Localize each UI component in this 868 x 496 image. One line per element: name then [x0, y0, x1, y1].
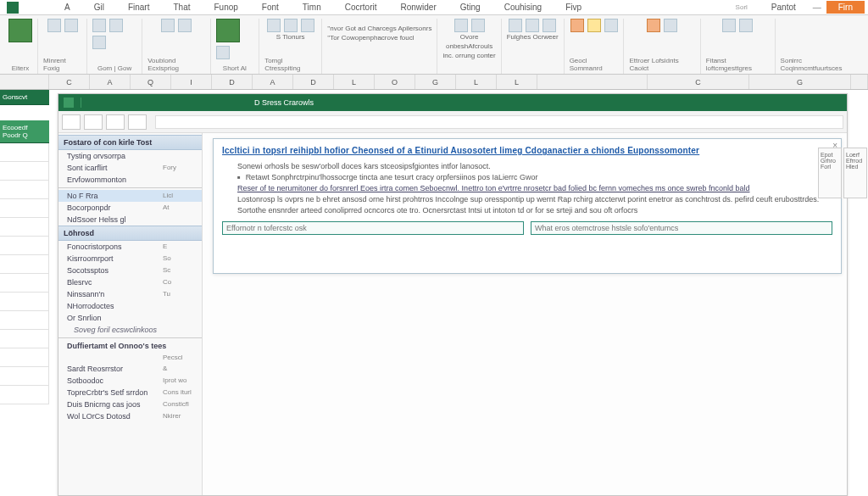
col-header[interactable]: L — [497, 75, 537, 89]
nav-item[interactable]: TopreCrbtr's Setf srrdonCons iturl — [58, 387, 202, 398]
ribbon-icon[interactable] — [92, 36, 106, 49]
col-header[interactable]: G — [415, 75, 456, 89]
row-header[interactable] — [0, 386, 49, 404]
nav-item[interactable]: BocorponpdrAt — [58, 202, 202, 214]
ribbon-icon[interactable] — [509, 19, 522, 32]
formula-bar[interactable] — [155, 115, 843, 129]
nav-item[interactable]: Or Snrlion — [58, 312, 202, 324]
ribbon-icon[interactable] — [647, 19, 660, 32]
menu-item[interactable]: Funop — [202, 3, 249, 12]
row-header[interactable] — [0, 274, 49, 293]
nav-item[interactable]: BlesrvcCo — [58, 276, 202, 288]
ribbon-icon[interactable] — [267, 19, 281, 32]
menu-item[interactable]: Timn — [291, 3, 333, 12]
nav-item[interactable]: FonocristorponsE — [58, 241, 202, 253]
nav-item[interactable]: Ninssann'nTu — [58, 288, 202, 300]
side-panel[interactable]: Epot Grhro Forl — [818, 148, 842, 198]
row-header[interactable] — [0, 293, 49, 311]
col-header[interactable]: L — [334, 75, 375, 89]
ribbon-icon[interactable] — [722, 19, 736, 32]
ribbon-icon[interactable] — [542, 19, 556, 32]
ribbon-icon[interactable] — [526, 19, 539, 32]
menu-item[interactable]: Ronwider — [389, 3, 448, 12]
ribbon-icon[interactable] — [161, 19, 175, 32]
ribbon-icon[interactable] — [8, 19, 32, 42]
inner-titlebar[interactable]: D Sress Crarowls — [58, 94, 847, 111]
row-header[interactable] — [0, 311, 49, 330]
menu-item[interactable]: Cocrtorit — [333, 3, 389, 12]
ribbon-icon[interactable] — [216, 46, 230, 59]
menu-item[interactable]: Fivp — [554, 3, 593, 12]
menu-right[interactable]: Pantot — [760, 3, 808, 12]
nav-item[interactable]: No F RraLicl — [58, 190, 202, 202]
row-header[interactable] — [0, 199, 49, 218]
nav-item[interactable]: SocotssptosSc — [58, 265, 202, 276]
ribbon-icon[interactable] — [739, 19, 753, 32]
toolbar-button[interactable] — [128, 114, 147, 130]
col-header[interactable]: I — [171, 75, 212, 89]
ribbon-icon[interactable] — [454, 19, 468, 32]
menu-item[interactable]: That — [161, 3, 202, 12]
col-header[interactable] — [0, 75, 49, 89]
ribbon-icon[interactable] — [570, 19, 584, 32]
orange-button[interactable]: Firn — [826, 1, 865, 14]
nav-item[interactable]: Sardt Reosrrstor& — [58, 363, 202, 375]
nav-item[interactable]: Wol LOrCs DotosdNkirer — [58, 410, 202, 422]
row-header[interactable] — [0, 330, 49, 348]
nav-item[interactable]: Tysting orvsorrpa — [58, 150, 202, 162]
nav-header[interactable]: Fostaro of con kirle Tost — [58, 135, 202, 150]
nav-item[interactable]: Duis Bnicrng cas joosConsticfl — [58, 398, 202, 410]
ribbon-icon[interactable] — [284, 19, 298, 32]
menu-item[interactable]: Couhising — [492, 3, 554, 12]
nav-item[interactable]: Sont icarflirtFory — [58, 162, 202, 174]
row-header[interactable] — [0, 143, 49, 162]
dialog-input-left[interactable] — [222, 221, 524, 235]
ribbon-icon[interactable] — [109, 19, 123, 32]
row-header[interactable] — [0, 162, 49, 181]
col-header[interactable]: C — [648, 75, 749, 89]
col-header[interactable]: G — [749, 75, 851, 89]
col-header[interactable]: O — [375, 75, 415, 89]
ribbon-icon[interactable] — [604, 19, 618, 32]
ribbon-icon[interactable] — [216, 19, 240, 42]
col-header[interactable]: D — [212, 75, 253, 89]
col-header[interactable]: D — [293, 75, 334, 89]
col-header[interactable]: A — [90, 75, 131, 89]
col-header[interactable] — [851, 75, 868, 89]
menu-item[interactable]: Gil — [82, 3, 116, 12]
col-header[interactable]: Q — [131, 75, 171, 89]
nav-item[interactable]: KisrroomrportSo — [58, 253, 202, 265]
row-header[interactable] — [0, 348, 49, 367]
nav-header[interactable]: Löhrosd — [58, 226, 202, 241]
menu-item[interactable]: A — [53, 3, 82, 12]
nav-item[interactable]: Ervfowommonton — [58, 174, 202, 186]
row-header[interactable] — [0, 237, 49, 255]
ribbon-icon[interactable] — [64, 19, 78, 32]
col-header[interactable]: L — [456, 75, 497, 89]
left-tab[interactable]: Ecooedf Poodr Q — [0, 120, 49, 143]
nav-item[interactable]: Pecscl — [58, 352, 202, 363]
ribbon-icon[interactable] — [301, 19, 314, 32]
ribbon-icon[interactable] — [471, 19, 485, 32]
ribbon-icon[interactable] — [587, 19, 601, 32]
menu-item[interactable]: Gting — [448, 3, 492, 12]
ribbon-icon[interactable] — [47, 19, 61, 32]
nav-item[interactable]: SotboodocIprot wo — [58, 375, 202, 387]
toolbar-button[interactable] — [62, 114, 81, 130]
toolbar-button[interactable] — [106, 114, 125, 130]
menu-item[interactable]: Finart — [116, 3, 162, 12]
ribbon-icon[interactable] — [664, 19, 677, 32]
menu-right[interactable]: Sorl — [724, 3, 760, 11]
col-header[interactable]: C — [49, 75, 90, 89]
col-header[interactable] — [537, 75, 648, 89]
window-minimize[interactable]: — — [808, 3, 826, 12]
side-panel[interactable]: Loerf Efrrod Hled — [843, 148, 867, 198]
nav-item[interactable]: Soveg foril ecswclinkoos — [58, 324, 202, 336]
row-header[interactable] — [0, 367, 49, 386]
dialog-input-right[interactable] — [531, 221, 832, 235]
nav-item[interactable]: NdSsoer Helss gl — [58, 214, 202, 226]
menu-item[interactable]: Font — [250, 3, 291, 12]
row-header[interactable] — [0, 218, 49, 237]
left-tab[interactable]: Gonscvt — [0, 90, 49, 105]
row-header[interactable] — [0, 255, 49, 274]
